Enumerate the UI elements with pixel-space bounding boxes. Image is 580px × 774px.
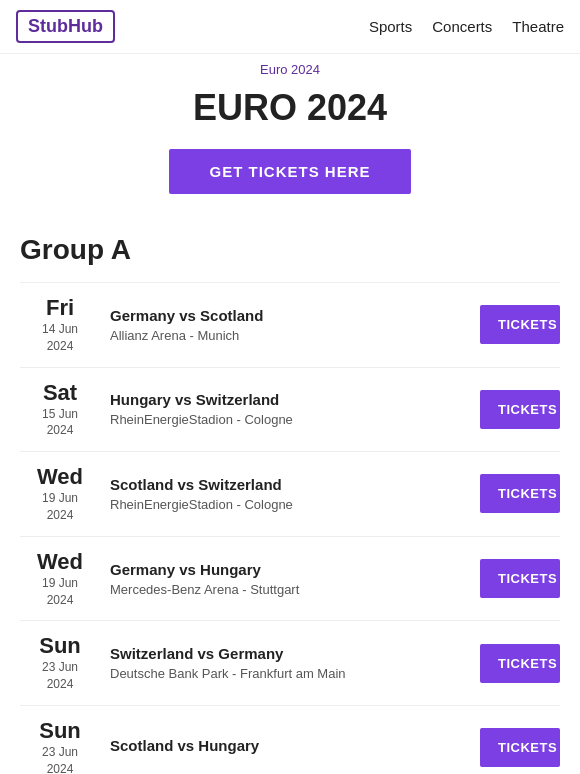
event-name: Switzerland vs Germany: [110, 645, 470, 662]
event-venue: RheinEnergieStadion - Cologne: [110, 412, 470, 427]
header: StubHub Sports Concerts Theatre: [0, 0, 580, 54]
group-title: Group A: [20, 234, 560, 266]
tickets-button[interactable]: TICKETS: [480, 559, 560, 598]
event-date: Wed 19 Jun2024: [20, 549, 100, 609]
event-date: Sun 23 Jun2024: [20, 633, 100, 693]
event-date: Fri 14 Jun2024: [20, 295, 100, 355]
nav: Sports Concerts Theatre: [369, 18, 564, 35]
event-row: Wed 19 Jun2024 Germany vs Hungary Merced…: [20, 536, 560, 621]
event-name: Scotland vs Hungary: [110, 737, 470, 754]
event-venue: Allianz Arena - Munich: [110, 328, 470, 343]
event-venue: Mercedes-Benz Arena - Stuttgart: [110, 582, 470, 597]
tickets-button[interactable]: TICKETS: [480, 644, 560, 683]
events-list: Fri 14 Jun2024 Germany vs Scotland Allia…: [20, 282, 560, 774]
event-day: Fri: [20, 295, 100, 321]
event-row: Sun 23 Jun2024 Scotland vs Hungary TICKE…: [20, 705, 560, 774]
event-date-detail: 19 Jun2024: [20, 490, 100, 524]
nav-item-concerts[interactable]: Concerts: [432, 18, 492, 35]
tickets-button[interactable]: TICKETS: [480, 390, 560, 429]
event-date-detail: 23 Jun2024: [20, 744, 100, 774]
breadcrumb[interactable]: Euro 2024: [0, 54, 580, 77]
event-day: Sat: [20, 380, 100, 406]
event-day: Sun: [20, 633, 100, 659]
event-day: Sun: [20, 718, 100, 744]
event-day: Wed: [20, 549, 100, 575]
event-name: Germany vs Hungary: [110, 561, 470, 578]
event-row: Wed 19 Jun2024 Scotland vs Switzerland R…: [20, 451, 560, 536]
event-row: Fri 14 Jun2024 Germany vs Scotland Allia…: [20, 282, 560, 367]
tickets-button[interactable]: TICKETS: [480, 728, 560, 767]
event-date-detail: 23 Jun2024: [20, 659, 100, 693]
event-date: Wed 19 Jun2024: [20, 464, 100, 524]
event-info: Hungary vs Switzerland RheinEnergieStadi…: [110, 391, 470, 427]
event-row: Sat 15 Jun2024 Hungary vs Switzerland Rh…: [20, 367, 560, 452]
event-row: Sun 23 Jun2024 Switzerland vs Germany De…: [20, 620, 560, 705]
event-date: Sat 15 Jun2024: [20, 380, 100, 440]
event-info: Scotland vs Hungary: [110, 737, 470, 758]
event-date-detail: 15 Jun2024: [20, 406, 100, 440]
get-tickets-cta[interactable]: GET TICKETS HERE: [169, 149, 410, 194]
nav-item-theatre[interactable]: Theatre: [512, 18, 564, 35]
group-a-section: Group A Fri 14 Jun2024 Germany vs Scotla…: [0, 214, 580, 774]
logo: StubHub: [16, 10, 115, 43]
event-info: Switzerland vs Germany Deutsche Bank Par…: [110, 645, 470, 681]
event-name: Scotland vs Switzerland: [110, 476, 470, 493]
event-name: Germany vs Scotland: [110, 307, 470, 324]
event-venue: RheinEnergieStadion - Cologne: [110, 497, 470, 512]
nav-item-sports[interactable]: Sports: [369, 18, 412, 35]
event-name: Hungary vs Switzerland: [110, 391, 470, 408]
event-info: Germany vs Scotland Allianz Arena - Muni…: [110, 307, 470, 343]
event-date: Sun 23 Jun2024: [20, 718, 100, 774]
tickets-button[interactable]: TICKETS: [480, 474, 560, 513]
hero-section: EURO 2024 GET TICKETS HERE: [0, 77, 580, 214]
event-venue: Deutsche Bank Park - Frankfurt am Main: [110, 666, 470, 681]
event-date-detail: 14 Jun2024: [20, 321, 100, 355]
event-info: Germany vs Hungary Mercedes-Benz Arena -…: [110, 561, 470, 597]
event-info: Scotland vs Switzerland RheinEnergieStad…: [110, 476, 470, 512]
page-title: EURO 2024: [20, 87, 560, 129]
event-day: Wed: [20, 464, 100, 490]
tickets-button[interactable]: TICKETS: [480, 305, 560, 344]
event-date-detail: 19 Jun2024: [20, 575, 100, 609]
